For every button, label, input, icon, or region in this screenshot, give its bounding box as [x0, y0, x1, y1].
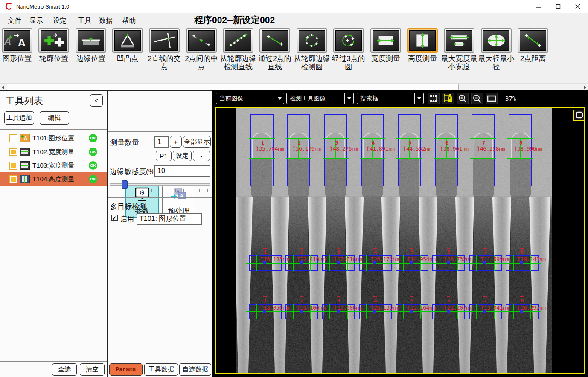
show-all-button[interactable]: 全部显示 — [183, 136, 211, 148]
fit-view-button[interactable] — [486, 93, 498, 104]
enable-checkbox[interactable]: ✓ — [111, 215, 118, 221]
multi-target-input[interactable]: T101: 图形位置 — [137, 213, 202, 225]
current-image-dropdown[interactable]: 当前图像 — [216, 93, 284, 104]
width-roi-box[interactable] — [249, 304, 282, 319]
add-tool-button[interactable]: 工具追加 — [4, 111, 34, 125]
width-roi-box[interactable] — [469, 304, 502, 319]
width-roi-box[interactable] — [285, 255, 318, 271]
tool-list-row[interactable]: T103:宽度测量OK — [0, 159, 107, 172]
footer-tab-params[interactable]: Params — [109, 363, 143, 376]
tool-button-concave-convex-point[interactable] — [112, 28, 143, 53]
tool-button-label: 2直线的交点 — [146, 55, 183, 71]
zoom-in-button[interactable] — [457, 93, 469, 104]
height-roi-box[interactable] — [398, 114, 421, 186]
divider — [108, 230, 212, 230]
tool-button-label: 宽度测量 — [367, 55, 404, 63]
transform-handles-button[interactable] — [428, 93, 440, 104]
status-badge: OK — [89, 161, 97, 170]
increment-button[interactable]: + — [170, 136, 182, 148]
tool-button-contour-position[interactable] — [38, 28, 69, 53]
width-roi-box[interactable] — [359, 304, 392, 319]
width-roi-box[interactable] — [396, 304, 428, 319]
scroll-right-icon[interactable] — [582, 84, 588, 90]
width-roi-box[interactable] — [469, 255, 502, 271]
height-roi-box[interactable] — [287, 114, 310, 186]
tool-button-line-through-two-points[interactable] — [259, 28, 290, 53]
width-roi-box[interactable] — [506, 255, 539, 271]
tool-label: T104:高度测量 — [32, 175, 74, 183]
chevron-down-icon[interactable] — [275, 93, 284, 104]
scrollbar-thumb[interactable] — [6, 84, 459, 90]
search-box-dropdown[interactable]: 搜索框 — [357, 93, 424, 104]
set-button[interactable]: 设定 — [173, 151, 192, 161]
tool-button-height-measure[interactable] — [407, 28, 438, 53]
tool-checkbox[interactable] — [9, 134, 17, 142]
chevron-down-icon[interactable] — [344, 93, 353, 104]
menu-data[interactable]: 数据 — [97, 16, 114, 26]
width-roi-box[interactable] — [285, 304, 318, 319]
menu-settings[interactable]: 设定 — [51, 16, 68, 26]
tool-list-row[interactable]: T104:高度测量OK — [0, 172, 107, 186]
close-button[interactable] — [568, 0, 587, 13]
width-roi-box[interactable] — [359, 255, 392, 271]
maximize-button[interactable] — [549, 0, 568, 13]
tool-button-edge-position[interactable] — [76, 28, 106, 53]
edge-sensitivity-input[interactable]: 10 — [154, 165, 210, 177]
tool-button-max-min-diameter[interactable] — [481, 28, 512, 53]
chevron-down-icon[interactable] — [414, 93, 423, 104]
menu-tools[interactable]: 工具 — [76, 16, 93, 26]
height-roi-box[interactable] — [250, 114, 274, 186]
tool-button-two-point-distance[interactable] — [518, 28, 548, 53]
status-badge: OK — [89, 148, 97, 156]
tool-button-width-measure[interactable] — [370, 28, 401, 53]
fullscreen-toggle-button[interactable] — [573, 110, 585, 121]
clear-button[interactable]: 清空 — [80, 363, 105, 376]
tool-label: T102:宽度测量 — [32, 148, 74, 156]
panel-footer: Params工具数据自选数据 — [108, 91, 212, 377]
select-all-button[interactable]: 全选 — [52, 363, 77, 376]
tool-checkbox[interactable] — [9, 175, 17, 183]
width-roi-box[interactable] — [249, 255, 282, 271]
footer-tab-tool-data[interactable]: 工具数据 — [144, 363, 178, 376]
tool-list-row[interactable]: T102:宽度测量OK — [0, 145, 107, 159]
tool-list-row[interactable]: AT101:图形位置OK — [0, 131, 107, 145]
tool-button-max-min-width[interactable] — [444, 28, 474, 53]
tool-button-circle-through-three-points[interactable] — [333, 28, 364, 53]
sem-image[interactable] — [236, 108, 552, 373]
tool-button-two-line-intersection[interactable] — [149, 28, 180, 53]
width-roi-box[interactable] — [322, 304, 355, 319]
sensitivity-slider-handle[interactable] — [122, 180, 128, 189]
tool-checkbox[interactable] — [9, 162, 17, 170]
measure-count-input[interactable]: 1 — [154, 136, 169, 148]
tool-button-line-from-contour-edge[interactable] — [223, 28, 253, 53]
menu-help[interactable]: 帮助 — [120, 16, 137, 26]
minimize-button[interactable] — [529, 0, 548, 13]
p1-button[interactable]: P1 — [156, 151, 172, 161]
tool-button-pattern-position[interactable]: AA — [2, 28, 32, 53]
height-roi-box[interactable] — [509, 114, 532, 186]
height-roi-box[interactable] — [472, 114, 495, 186]
menu-display[interactable]: 显示 — [28, 16, 45, 26]
height-roi-box[interactable] — [324, 114, 347, 186]
menu-file[interactable]: 文件 — [6, 16, 23, 26]
lock-roi-button[interactable] — [442, 93, 454, 104]
tool-checkbox[interactable] — [9, 148, 17, 156]
edit-tool-button[interactable]: 编辑 — [40, 111, 69, 125]
zoom-out-button[interactable] — [471, 93, 483, 104]
height-roi-box[interactable] — [435, 114, 458, 186]
width-roi-box[interactable] — [432, 255, 465, 271]
width-roi-box[interactable] — [506, 304, 539, 319]
height-roi-box[interactable] — [361, 114, 384, 186]
width-roi-box[interactable] — [432, 304, 465, 319]
divider — [108, 197, 212, 198]
footer-tab-custom-data[interactable]: 自选数据 — [179, 363, 211, 376]
toolbar-scrollbar[interactable] — [0, 83, 588, 90]
tool-button-midpoint-two-points[interactable] — [186, 28, 217, 53]
scroll-left-icon[interactable] — [0, 84, 6, 90]
width-roi-box[interactable] — [396, 255, 428, 271]
detect-tool-image-dropdown[interactable]: 检测工具图像 — [286, 93, 354, 104]
tool-button-circle-from-contour-edge[interactable] — [297, 28, 327, 53]
decrement-button[interactable]: - — [193, 151, 210, 161]
width-roi-box[interactable] — [322, 255, 355, 271]
collapse-panel-button[interactable]: < — [90, 94, 103, 107]
